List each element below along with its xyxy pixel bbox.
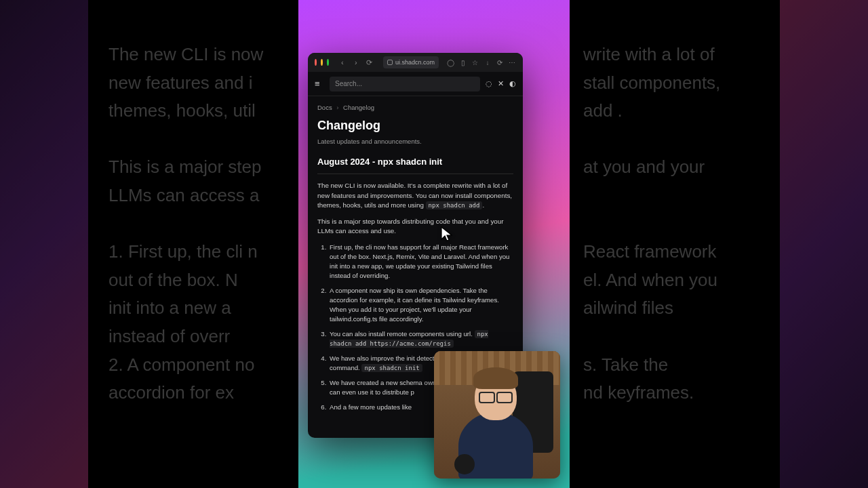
section-heading: August 2024 - npx shadcn init xyxy=(317,156,513,175)
github-icon[interactable]: ◌ xyxy=(486,79,492,88)
refresh-icon[interactable]: ⟳ xyxy=(496,58,504,66)
search-input[interactable]: Search... xyxy=(330,77,480,92)
x-icon[interactable]: ✕ xyxy=(498,79,504,88)
page-subtitle: Latest updates and announcements. xyxy=(317,137,513,146)
intro-paragraph-2: This is a major step towards distributin… xyxy=(317,217,513,236)
list-item: A component now ship its own dependencie… xyxy=(328,286,513,324)
download-icon[interactable]: ↓ xyxy=(484,58,492,66)
list-item: First up, the cli now has support for al… xyxy=(328,243,513,281)
address-url: ui.shadcn.com xyxy=(395,59,435,66)
address-bar[interactable]: ui.shadcn.com xyxy=(383,56,439,68)
reader-icon[interactable]: ▯ xyxy=(459,58,467,66)
inline-code: npx shadcn init xyxy=(361,364,422,372)
browser-titlebar: ‹ › ⟳ ui.shadcn.com ◯ ▯ ☆ ↓ ⟳ ⋯ xyxy=(308,53,523,72)
site-header: ≡ Search... ◌ ✕ ◐ xyxy=(308,72,523,96)
theme-toggle-icon[interactable]: ◐ xyxy=(509,79,516,88)
intro-paragraph-1: The new CLI is now available. It's a com… xyxy=(317,181,513,210)
list-item: You can also install remote components u… xyxy=(328,329,513,348)
background-dim-text-right: write with a lot ofstall components,add … xyxy=(570,41,773,407)
background-dim-text-left: The new CLI is nownew features and ithem… xyxy=(95,41,298,407)
bookmark-icon[interactable]: ☆ xyxy=(471,58,479,66)
traffic-light-zoom[interactable] xyxy=(327,59,329,66)
shield-icon[interactable]: ◯ xyxy=(447,58,455,66)
nav-back-button[interactable]: ‹ xyxy=(337,57,348,68)
webcam-overlay xyxy=(434,351,560,479)
lock-icon xyxy=(387,60,393,65)
traffic-light-minimize[interactable] xyxy=(321,59,323,66)
menu-icon[interactable]: ≡ xyxy=(315,79,324,89)
traffic-light-close[interactable] xyxy=(315,59,317,66)
breadcrumb-current: Changelog xyxy=(343,104,374,111)
nav-reload-button[interactable]: ⟳ xyxy=(364,57,375,68)
menu-dots-icon[interactable]: ⋯ xyxy=(508,58,516,66)
breadcrumb: Docs › Changelog xyxy=(317,103,513,113)
breadcrumb-root[interactable]: Docs xyxy=(317,104,332,111)
nav-forward-button[interactable]: › xyxy=(351,57,361,68)
page-title: Changelog xyxy=(317,117,513,134)
inline-code: npx shadcn add xyxy=(426,201,483,209)
